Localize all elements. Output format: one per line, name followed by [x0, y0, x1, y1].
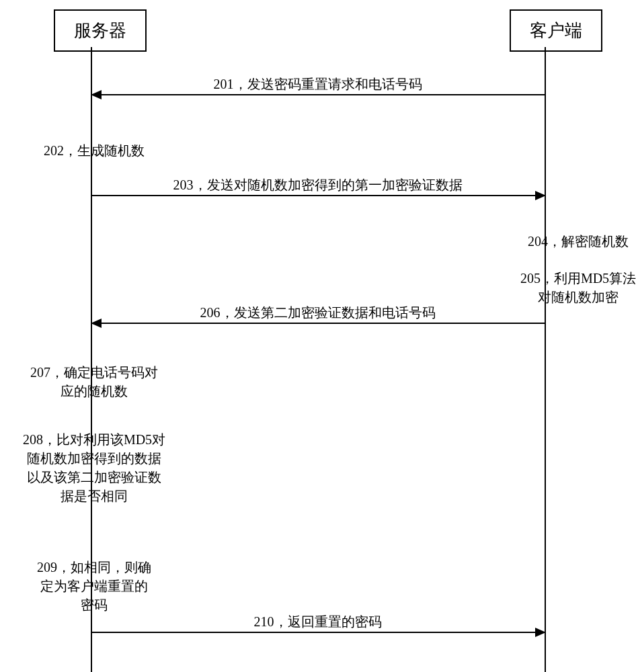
actor-server-label: 服务器 — [74, 21, 126, 40]
step-line: 205，利用MD5算法 — [518, 269, 636, 288]
arrow-m206 — [92, 323, 545, 324]
lifeline-tick-0 — [91, 402, 92, 430]
step-line: 以及该第二加密验证数 — [20, 468, 168, 487]
step-line: 随机数加密得到的数据 — [20, 449, 168, 468]
step-s202: 202，生成随机数 — [20, 141, 168, 160]
msg-label-m210: 210，返回重置的密码 — [91, 613, 545, 631]
step-line: 202，生成随机数 — [20, 141, 168, 160]
step-line: 定为客户端重置的 — [20, 577, 168, 595]
step-line: 204，解密随机数 — [518, 232, 636, 251]
step-line: 据是否相同 — [20, 487, 168, 505]
arrow-m201 — [92, 94, 545, 95]
step-s208: 208，比对利用该MD5对随机数加密得到的数据以及该第二加密验证数据是否相同 — [20, 430, 168, 505]
arrow-m210 — [92, 632, 545, 633]
step-line: 应的随机数 — [20, 382, 168, 401]
step-line: 对随机数加密 — [518, 288, 636, 306]
step-s209: 209，如相同，则确定为客户端重置的密码 — [20, 558, 168, 614]
lifeline-tick-1 — [91, 509, 92, 556]
step-s207: 207，确定电话号码对应的随机数 — [20, 363, 168, 401]
lifeline-client — [545, 47, 546, 672]
step-line: 208，比对利用该MD5对 — [20, 430, 168, 449]
actor-client-label: 客户端 — [530, 21, 582, 40]
step-s204: 204，解密随机数 — [518, 232, 636, 251]
msg-label-m201: 201，发送密码重置请求和电话号码 — [91, 75, 545, 93]
step-s205: 205，利用MD5算法对随机数加密 — [518, 269, 636, 306]
actor-client: 客户端 — [510, 9, 602, 52]
step-line: 207，确定电话号码对 — [20, 363, 168, 382]
msg-label-m206: 206，发送第二加密验证数据和电话号码 — [91, 304, 545, 322]
step-line: 密码 — [20, 595, 168, 614]
arrow-m203 — [92, 195, 545, 196]
actor-server: 服务器 — [54, 9, 147, 52]
step-line: 209，如相同，则确 — [20, 558, 168, 577]
msg-label-m203: 203，发送对随机数加密得到的第一加密验证数据 — [91, 176, 545, 194]
